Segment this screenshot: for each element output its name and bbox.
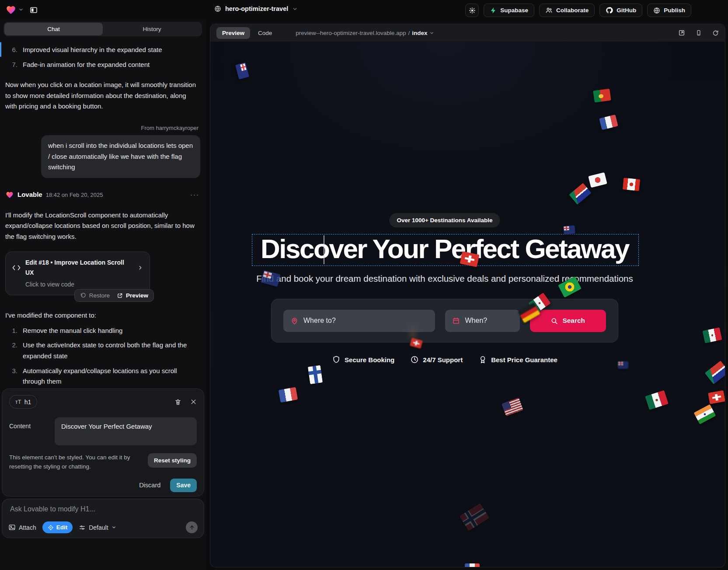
content-textarea[interactable]: Discover Your Perfect Getaway [55, 417, 197, 445]
flag-france-icon [599, 115, 618, 130]
flag-south-africa-icon [705, 360, 725, 384]
edit-label: Edit [56, 524, 68, 531]
feature-support: 24/7 Support [410, 355, 463, 364]
list-item: 3.Automatically expand/collapse location… [10, 366, 200, 387]
clock-icon [410, 355, 419, 364]
award-icon [478, 355, 487, 364]
preview-button[interactable]: Preview [117, 291, 148, 301]
mode-selector[interactable]: Default [79, 524, 116, 531]
edit-card-title: Edit #18 • Improve Location Scroll UX [25, 258, 133, 278]
flag-usa-icon [502, 398, 523, 416]
close-icon[interactable] [190, 399, 197, 405]
message-timestamp: 18:42 on Feb 20, 2025 [46, 190, 103, 199]
globe-icon [214, 5, 221, 12]
chevron-down-icon [429, 31, 434, 35]
publish-label: Publish [664, 7, 685, 14]
message-author-label: From harrymckayroper [4, 123, 199, 133]
chevron-down-icon [111, 525, 116, 530]
list-item: 7.Fade-in animation for the expanded con… [10, 59, 200, 70]
publish-button[interactable]: Publish [647, 3, 691, 17]
reset-styling-button[interactable]: Reset styling [148, 453, 197, 468]
assistant-paragraph: I've modified the component to: [5, 310, 199, 321]
tab-history[interactable]: History [103, 23, 201, 35]
site-canvas[interactable]: Over 1000+ Destinations Available Discov… [210, 42, 725, 567]
url-path: index [412, 30, 427, 36]
lovable-heart-icon[interactable] [5, 4, 17, 15]
save-button[interactable]: Save [170, 479, 197, 492]
flag-india-icon [693, 404, 716, 424]
github-button[interactable]: GitHub [599, 3, 642, 17]
when-placeholder: When? [465, 317, 487, 325]
tab-preview[interactable]: Preview [216, 27, 250, 39]
sidebar-tabs: Chat History [3, 22, 202, 36]
discard-button[interactable]: Discard [139, 482, 160, 489]
flag-mexico-icon [645, 390, 669, 410]
hero-heading[interactable]: Discover Your Perfect Getaway [261, 233, 629, 264]
chat-input-box[interactable]: Ask Lovable to modify H1... Attach Edit … [2, 499, 204, 538]
logo-chevron-down-icon[interactable] [18, 7, 24, 12]
send-button[interactable] [186, 521, 198, 533]
search-icon [550, 317, 558, 325]
search-card: Where to? When? Search [271, 299, 618, 343]
mobile-view-button[interactable] [696, 29, 702, 36]
project-selector[interactable]: hero-optimizer-travel [214, 5, 298, 12]
collaborate-label: Collaborate [556, 7, 589, 14]
tab-chat[interactable]: Chat [4, 23, 103, 35]
flag-france-icon [465, 563, 480, 567]
user-message-bubble: when i scroll into the individual locati… [41, 135, 200, 178]
assistant-header: Lovable 18:42 on Feb 20, 2025 ··· [5, 189, 199, 200]
sliders-icon [79, 524, 86, 531]
chevron-right-icon [137, 265, 143, 271]
chat-scroll-area[interactable]: 6.Improved visual hierarchy in the expan… [0, 38, 206, 387]
when-input[interactable]: When? [445, 310, 519, 332]
trash-icon[interactable] [174, 399, 181, 406]
flag-switzerland-icon [708, 390, 725, 404]
github-icon [606, 7, 613, 14]
tab-code[interactable]: Code [256, 27, 274, 39]
flag-portugal-icon [593, 88, 611, 102]
sidebar-toggle-button[interactable] [27, 3, 40, 17]
url-bar[interactable]: preview--hero-optimizer-travel.lovable.a… [296, 30, 434, 36]
chat-input-placeholder[interactable]: Ask Lovable to modify H1... [10, 505, 197, 513]
content-label: Content [9, 417, 55, 445]
type-icon: тT [15, 399, 21, 405]
feature-secure-booking: Secure Booking [332, 355, 394, 364]
supabase-button[interactable]: Supabase [484, 3, 534, 17]
refresh-button[interactable] [712, 30, 719, 36]
location-pin-icon [290, 317, 299, 325]
where-placeholder: Where to? [303, 317, 336, 325]
feature-label: 24/7 Support [423, 356, 463, 364]
flag-australia-icon [235, 62, 249, 79]
element-tag: h1 [24, 399, 31, 406]
restore-button[interactable]: Restore [80, 291, 110, 301]
styling-note: This element can't be styled. You can ed… [9, 453, 146, 472]
image-icon [8, 524, 16, 531]
edit-card[interactable]: Edit #18 • Improve Location Scroll UX Cl… [5, 252, 150, 295]
feature-best-price: Best Price Guarantee [478, 355, 557, 364]
flag-new-zealand-icon [563, 225, 575, 234]
target-icon [48, 525, 54, 531]
preview-toolbar: Preview Code preview--hero-optimizer-tra… [210, 24, 725, 42]
users-icon [545, 7, 553, 14]
flag-australia-icon [261, 270, 281, 287]
settings-button[interactable] [465, 3, 479, 17]
where-input[interactable]: Where to? [283, 310, 435, 332]
message-menu-button[interactable]: ··· [190, 189, 199, 200]
flag-norway-icon [460, 503, 490, 531]
list-item: 6.Improved visual hierarchy in the expan… [10, 45, 200, 56]
edit-mode-pill[interactable]: Edit [42, 521, 73, 533]
text-caret [324, 235, 324, 264]
numbered-list-top: 6.Improved visual hierarchy in the expan… [4, 45, 200, 70]
list-item: 2.Use the activeIndex state to control b… [10, 340, 200, 361]
element-tag-pill[interactable]: тT h1 [9, 395, 37, 409]
search-button[interactable]: Search [530, 310, 606, 332]
shield-icon [332, 355, 341, 364]
flag-canada-icon [623, 178, 641, 191]
lovable-avatar-heart-icon [5, 190, 14, 199]
open-external-button[interactable] [678, 29, 685, 36]
attach-button[interactable]: Attach [8, 524, 36, 531]
collaborate-button[interactable]: Collaborate [539, 3, 595, 17]
supabase-label: Supabase [500, 7, 528, 14]
flag-finland-icon [308, 365, 323, 385]
features-row: Secure Booking 24/7 Support Best Price G… [332, 355, 557, 364]
